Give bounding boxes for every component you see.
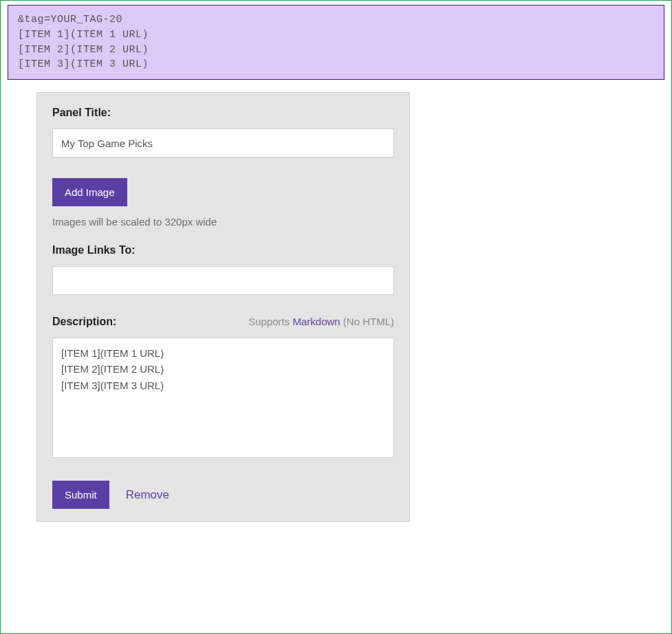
panel-wrap: Panel Title: Add Image Images will be sc… [36, 92, 410, 522]
panel-title-label: Panel Title: [52, 107, 394, 119]
page-frame: &tag=YOUR_TAG-20 [ITEM 1](ITEM 1 URL) [I… [0, 0, 672, 634]
supports-prefix: Supports [248, 316, 292, 327]
image-links-to-input[interactable] [52, 266, 394, 295]
description-textarea[interactable] [52, 338, 394, 458]
panel-title-input[interactable] [52, 129, 394, 157]
submit-button[interactable]: Submit [52, 481, 109, 509]
image-scale-hint: Images will be scaled to 320px wide [52, 216, 394, 228]
remove-link[interactable]: Remove [126, 488, 169, 502]
description-label: Description: [52, 316, 116, 328]
markdown-link[interactable]: Markdown [292, 316, 340, 327]
description-header-row: Description: Supports Markdown (No HTML) [52, 316, 394, 328]
add-image-button[interactable]: Add Image [52, 178, 127, 206]
action-row: Submit Remove [52, 481, 394, 509]
image-links-to-label: Image Links To: [52, 244, 394, 256]
panel-editor: Panel Title: Add Image Images will be sc… [36, 92, 410, 522]
markdown-hint: Supports Markdown (No HTML) [248, 316, 394, 327]
supports-suffix: (No HTML) [340, 316, 394, 327]
code-snippet-block: &tag=YOUR_TAG-20 [ITEM 1](ITEM 1 URL) [I… [8, 5, 664, 80]
